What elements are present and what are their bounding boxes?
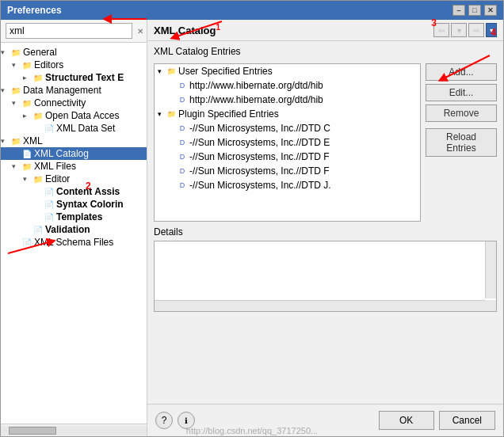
search-input[interactable] xyxy=(6,23,132,39)
tree-arrow xyxy=(23,112,32,120)
details-box xyxy=(154,241,497,312)
tree-arrow xyxy=(23,175,32,183)
tree-item-label: Templates xyxy=(56,211,102,222)
tree-item-structured-text[interactable]: 📁Structured Text E xyxy=(1,71,147,84)
scroll-thumb xyxy=(9,427,56,435)
cat-arrow: ▾ xyxy=(158,67,166,75)
page-icon: 📄 xyxy=(44,211,55,222)
tree-item-syntax-coloring[interactable]: 📄Syntax Colorin xyxy=(1,198,147,211)
tree-container: 📁General📁Editors📁Structured Text E📁Data … xyxy=(1,43,147,424)
search-bar: ✕ xyxy=(1,20,147,43)
edit-button[interactable]: Edit... xyxy=(426,84,497,101)
tree-item-label: Syntax Colorin xyxy=(56,199,124,210)
tree-item-label: XML Schema Files xyxy=(34,237,113,248)
left-panel: ✕ 📁General📁Editors📁Structured Text E📁Dat… xyxy=(1,20,147,436)
page-icon: 📄 xyxy=(21,237,32,248)
catalog-item-plugin5[interactable]: D-//Sun Microsystems, Inc.//DTD J. xyxy=(155,178,420,192)
tree-item-label: Editor xyxy=(45,173,70,184)
details-hscrollbar[interactable] xyxy=(155,300,485,311)
tree-item-data-management[interactable]: 📁Data Management xyxy=(1,84,147,97)
page-icon: 📄 xyxy=(32,224,44,235)
tree-item-open-data-access[interactable]: 📁Open Data Acces xyxy=(1,109,147,122)
catalog-item-plugin1[interactable]: D-//Sun Microsystems, Inc.//DTD C xyxy=(155,121,420,135)
tree-item-general[interactable]: 📁General xyxy=(1,46,147,59)
catalog-item-entry1[interactable]: Dhttp://www.hibernate.org/dtd/hib xyxy=(155,78,420,93)
cat-doc-icon: D xyxy=(177,123,188,134)
add-button[interactable]: Add... xyxy=(426,63,497,81)
remove-button[interactable]: Remove xyxy=(426,104,497,122)
tree-item-label: Content Assis xyxy=(56,186,120,197)
catalog-tree-scroll[interactable]: ▾📁User Specified EntriesDhttp://www.hibe… xyxy=(155,64,420,221)
search-clear-icon[interactable]: ✕ xyxy=(136,25,145,37)
tree-item-label: General xyxy=(23,47,57,58)
catalog-item-user-specified[interactable]: ▾📁User Specified Entries xyxy=(155,64,420,78)
catalog-item-plugin2[interactable]: D-//Sun Microsystems, Inc.//DTD E xyxy=(155,135,420,150)
tree-item-xml-files[interactable]: 📁XML Files xyxy=(1,160,147,173)
tree-arrow xyxy=(12,162,21,170)
tree-item-label: Editors xyxy=(34,59,63,70)
cat-arrow: ▾ xyxy=(158,110,166,118)
panel-title: XML Catalog1 xyxy=(154,23,220,36)
nav-arrows: ⇦ ▾ ⇨ ▾ xyxy=(433,23,497,37)
tree-item-xml-schema-files[interactable]: 📄XML Schema Files xyxy=(1,236,147,249)
close-button[interactable]: ✕ xyxy=(484,5,497,16)
cat-item-label: User Specified Entries xyxy=(178,66,273,77)
tree-arrow xyxy=(1,137,10,145)
catalog-tree-area: ▾📁User Specified EntriesDhttp://www.hibe… xyxy=(154,63,497,222)
cat-item-label: -//Sun Microsystems, Inc.//DTD J. xyxy=(189,180,331,191)
window-title: Preferences xyxy=(7,5,62,16)
cat-item-label: Plugin Specified Entries xyxy=(178,108,279,120)
catalog-area: XML Catalog Entries ▾📁User Specified Ent… xyxy=(147,41,503,404)
tree-item-templates[interactable]: 📄Templates xyxy=(1,211,147,223)
cat-doc-icon: D xyxy=(177,180,188,191)
folder-icon: 📁 xyxy=(32,110,44,121)
tree-item-editors[interactable]: 📁Editors xyxy=(1,59,147,71)
tree-item-label: Connectivity xyxy=(34,97,86,108)
cat-folder-icon: 📁 xyxy=(166,66,177,77)
reload-button[interactable]: Reload Entries xyxy=(426,128,497,157)
nav-back-button[interactable]: ⇦ xyxy=(433,23,449,37)
bottom-bar: ? ℹ OK Cancel xyxy=(147,404,503,436)
cat-doc-icon: D xyxy=(177,165,188,177)
tree-item-xml[interactable]: 📁XML xyxy=(1,135,147,147)
cancel-button[interactable]: Cancel xyxy=(439,411,495,430)
minimize-button[interactable]: – xyxy=(452,5,465,16)
nav-forward-button[interactable]: ⇨ xyxy=(468,23,484,37)
catalog-buttons: Add... Edit... Remove Reload Entries xyxy=(426,63,497,222)
page-icon: 📄 xyxy=(21,148,32,159)
nav-dropdown-button[interactable]: ▾ xyxy=(486,23,497,37)
cat-item-label: http://www.hibernate.org/dtd/hib xyxy=(189,94,323,105)
tree-arrow xyxy=(23,74,32,82)
tree-item-xml-catalog[interactable]: 📄XML Catalog xyxy=(1,147,147,160)
main-content: ✕ 📁General📁Editors📁Structured Text E📁Dat… xyxy=(1,20,503,436)
catalog-item-entry2[interactable]: Dhttp://www.hibernate.org/dtd/hib xyxy=(155,93,420,107)
details-vscrollbar[interactable] xyxy=(485,241,496,298)
tree-arrow xyxy=(12,99,21,107)
folder-icon: 📁 xyxy=(10,85,21,96)
cat-doc-icon: D xyxy=(177,137,188,148)
help-button[interactable]: ? xyxy=(155,412,173,429)
cat-item-label: -//Sun Microsystems, Inc.//DTD E xyxy=(189,137,330,148)
tree-item-label: XML Data Set xyxy=(56,123,115,134)
tree-item-label: XML Catalog xyxy=(34,148,89,159)
catalog-item-plugin4[interactable]: D-//Sun Microsystems, Inc.//DTD F xyxy=(155,164,420,178)
cat-item-label: -//Sun Microsystems, Inc.//DTD F xyxy=(189,151,330,162)
cat-doc-icon: D xyxy=(177,94,188,105)
tree-item-content-assist[interactable]: 📄Content Assis xyxy=(1,185,147,198)
ok-button[interactable]: OK xyxy=(379,411,434,430)
horizontal-scrollbar[interactable] xyxy=(1,426,147,435)
folder-icon: 📁 xyxy=(10,135,21,146)
catalog-item-plugin3[interactable]: D-//Sun Microsystems, Inc.//DTD F xyxy=(155,150,420,164)
tree-item-validation[interactable]: 📄Validation xyxy=(1,223,147,236)
maximize-button[interactable]: □ xyxy=(468,5,481,16)
info-button[interactable]: ℹ xyxy=(178,412,195,429)
tree-item-editor[interactable]: 📁Editor xyxy=(1,173,147,185)
tree-item-xml-data-set[interactable]: 📄XML Data Set xyxy=(1,122,147,135)
tree-item-connectivity[interactable]: 📁Connectivity xyxy=(1,97,147,109)
cat-item-label: -//Sun Microsystems, Inc.//DTD C xyxy=(189,123,330,134)
folder-icon: 📁 xyxy=(21,161,32,172)
tree-arrow xyxy=(1,86,10,94)
tree-item-label: Validation xyxy=(45,224,90,235)
catalog-item-plugin-specified[interactable]: ▾📁Plugin Specified Entries xyxy=(155,107,420,121)
nav-down-button[interactable]: ▾ xyxy=(451,23,467,37)
